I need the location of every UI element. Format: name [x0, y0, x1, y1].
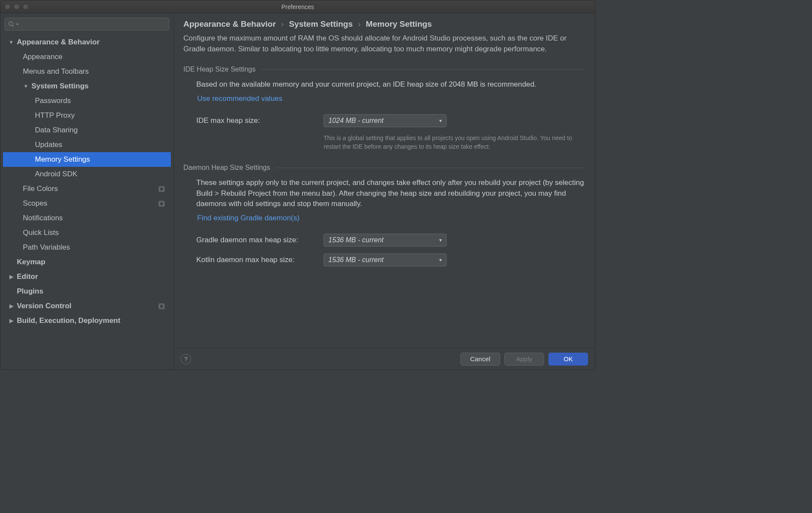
cancel-button[interactable]: Cancel [460, 353, 500, 366]
sidebar-item-appearance-behavior[interactable]: ▼Appearance & Behavior [3, 35, 171, 50]
sidebar-item-keymap[interactable]: Keymap [3, 255, 171, 269]
sidebar-item-label: Appearance [23, 53, 63, 61]
svg-rect-5 [160, 202, 164, 205]
kotlin-heap-select[interactable]: 1536 MB - current ▾ [324, 253, 447, 266]
sidebar-item-http-proxy[interactable]: HTTP Proxy [3, 108, 171, 123]
sidebar-item-label: Passwords [35, 97, 71, 105]
sidebar-item-label: Data Sharing [35, 126, 78, 135]
sidebar-item-label: Build, Execution, Deployment [17, 316, 120, 325]
daemon-heap-section-title: Daemon Heap Size Settings [183, 164, 585, 172]
search-icon [8, 21, 15, 28]
chevron-down-icon: ▾ [439, 257, 442, 263]
minimize-window-icon[interactable] [14, 4, 19, 9]
breadcrumb-system-settings[interactable]: System Settings [289, 19, 353, 29]
sidebar-item-label: Appearance & Behavior [17, 38, 100, 47]
breadcrumb: Appearance & Behavior › System Settings … [174, 13, 595, 33]
chevron-down-icon: ▼ [8, 39, 14, 45]
ide-heap-hint: This is a global setting that applies to… [324, 134, 585, 151]
sidebar-item-system-settings[interactable]: ▼System Settings [3, 79, 171, 94]
sidebar-item-label: Path Variables [23, 243, 70, 252]
search-history-icon[interactable] [16, 22, 19, 26]
project-scope-icon [158, 186, 165, 192]
window-controls [0, 4, 28, 9]
chevron-right-icon: › [281, 19, 283, 29]
sidebar-item-label: Version Control [17, 302, 72, 310]
apply-button[interactable]: Apply [504, 353, 544, 366]
sidebar-item-quick-lists[interactable]: Quick Lists [3, 225, 171, 240]
chevron-right-icon: › [358, 19, 361, 29]
project-scope-icon [158, 200, 165, 207]
sidebar-item-editor[interactable]: ▶Editor [3, 269, 171, 284]
project-scope-icon [158, 303, 165, 310]
sidebar-item-label: Notifications [23, 214, 63, 222]
ide-max-heap-label: IDE max heap size: [196, 116, 324, 125]
daemon-text: These settings apply only to the current… [196, 178, 585, 210]
gradle-heap-select[interactable]: 1536 MB - current ▾ [324, 234, 447, 247]
svg-line-1 [13, 25, 14, 27]
sidebar-item-label: Memory Settings [35, 155, 90, 164]
ok-button[interactable]: OK [548, 353, 588, 366]
sidebar-item-menus-and-toolbars[interactable]: Menus and Toolbars [3, 64, 171, 79]
use-recommended-values-link[interactable]: Use recommended values [197, 94, 282, 103]
find-gradle-daemons-link[interactable]: Find existing Gradle daemon(s) [197, 214, 299, 222]
preferences-window: Preferences ▼Appearance & BehaviorAppear… [0, 0, 595, 370]
sidebar-item-label: Keymap [17, 258, 45, 266]
chevron-down-icon: ▾ [439, 118, 442, 124]
svg-rect-7 [160, 304, 164, 308]
dialog-footer: ? Cancel Apply OK [174, 348, 595, 369]
sidebar-item-path-variables[interactable]: Path Variables [3, 240, 171, 255]
svg-point-0 [9, 22, 13, 26]
sidebar-item-scopes[interactable]: Scopes [3, 196, 171, 211]
chevron-down-icon: ▼ [23, 83, 29, 89]
chevron-right-icon: ▶ [8, 303, 14, 309]
titlebar: Preferences [0, 0, 595, 13]
window-title: Preferences [0, 3, 595, 10]
sidebar-item-memory-settings[interactable]: Memory Settings [3, 152, 171, 167]
chevron-right-icon: ▶ [8, 274, 14, 280]
kotlin-heap-label: Kotlin daemon max heap size: [196, 256, 324, 264]
close-window-icon[interactable] [5, 4, 10, 9]
help-button[interactable]: ? [181, 354, 191, 364]
ide-max-heap-select[interactable]: 1024 MB - current ▾ [324, 114, 447, 127]
sidebar-item-label: System Settings [31, 82, 88, 91]
sidebar-item-android-sdk[interactable]: Android SDK [3, 167, 171, 181]
sidebar-item-label: File Colors [23, 185, 58, 193]
sidebar-item-label: HTTP Proxy [35, 111, 75, 120]
ide-recommend-text: Based on the available memory and your c… [196, 79, 585, 90]
project-scope-icon [158, 200, 165, 207]
sidebar-item-label: Scopes [23, 199, 47, 208]
sidebar-item-passwords[interactable]: Passwords [3, 94, 171, 108]
sidebar-item-updates[interactable]: Updates [3, 138, 171, 152]
sidebar-item-label: Editor [17, 272, 38, 281]
page-description: Configure the maximum amount of RAM the … [183, 33, 585, 54]
sidebar-item-version-control[interactable]: ▶Version Control [3, 299, 171, 313]
breadcrumb-appearance-behavior[interactable]: Appearance & Behavior [183, 19, 276, 29]
svg-rect-3 [160, 187, 164, 191]
sidebar-item-plugins[interactable]: Plugins [3, 284, 171, 299]
project-scope-icon [158, 303, 165, 310]
sidebar-item-label: Menus and Toolbars [23, 67, 89, 76]
ide-heap-section-title: IDE Heap Size Settings [183, 66, 585, 73]
content-pane: Appearance & Behavior › System Settings … [174, 13, 595, 369]
sidebar-item-label: Plugins [17, 287, 43, 296]
sidebar-item-label: Android SDK [35, 170, 77, 178]
chevron-right-icon: ▶ [8, 318, 14, 324]
sidebar-item-label: Updates [35, 141, 62, 149]
sidebar-item-file-colors[interactable]: File Colors [3, 181, 171, 196]
sidebar-item-data-sharing[interactable]: Data Sharing [3, 123, 171, 138]
breadcrumb-memory-settings: Memory Settings [366, 19, 432, 29]
sidebar-item-build-execution-deployment[interactable]: ▶Build, Execution, Deployment [3, 313, 171, 328]
sidebar-item-notifications[interactable]: Notifications [3, 211, 171, 225]
gradle-heap-label: Gradle daemon max heap size: [196, 236, 324, 244]
sidebar: ▼Appearance & BehaviorAppearanceMenus an… [0, 13, 174, 369]
chevron-down-icon: ▾ [439, 237, 442, 243]
zoom-window-icon[interactable] [23, 4, 28, 9]
search-input[interactable] [5, 18, 169, 31]
settings-tree: ▼Appearance & BehaviorAppearanceMenus an… [3, 35, 171, 369]
sidebar-item-appearance[interactable]: Appearance [3, 50, 171, 64]
sidebar-item-label: Quick Lists [23, 228, 59, 237]
project-scope-icon [158, 186, 165, 192]
